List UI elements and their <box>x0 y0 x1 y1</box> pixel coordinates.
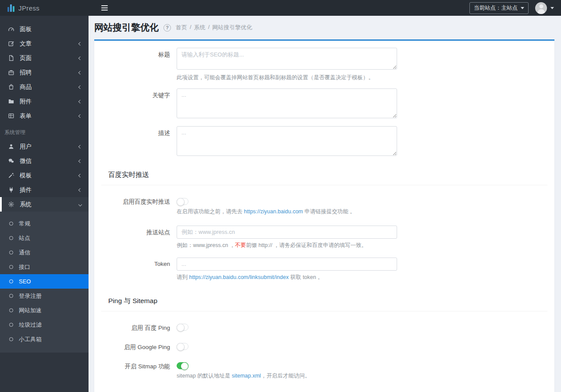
chevron-left-icon <box>79 57 82 60</box>
breadcrumb-separator: / <box>208 24 210 32</box>
baidu-ziyuan-link[interactable]: https://ziyuan.baidu.com <box>244 208 303 215</box>
sidebar-item-plugins[interactable]: 插件 <box>0 183 89 197</box>
sidebar-section-label: 系统管理 <box>0 123 89 139</box>
chevron-left-icon <box>79 42 82 45</box>
sidebar: JPress 面板 文章 页面 招聘 商品 附件 <box>0 0 89 392</box>
topbar: 当前站点：主站点 <box>89 0 561 16</box>
chevron-left-icon <box>79 160 82 162</box>
brand-logo[interactable]: JPress <box>0 0 89 16</box>
description-field-row: 描述 <box>101 126 547 157</box>
comments-icon <box>8 158 20 164</box>
chevron-left-icon <box>79 145 82 148</box>
baidu-push-help: 在启用该功能之前，请先去 https://ziyuan.baidu.com 申请… <box>177 208 397 216</box>
sidebar-item-label: 插件 <box>20 186 32 194</box>
page-title: 网站搜引擎优化 <box>94 21 159 34</box>
sitemap-help: sitemap 的默认地址是 sitemap.xml，开启后才能访问。 <box>177 372 397 380</box>
section-title: 百度实时推送 <box>108 170 547 180</box>
push-site-field-row: 推送站点 例如：www.jpress.cn ，不要前缀 http:// ，请务必… <box>101 226 547 250</box>
sidebar-item-attachments[interactable]: 附件 <box>0 94 89 109</box>
ping-sitemap-section-heading: Ping 与 Sitemap <box>101 297 547 311</box>
push-site-input[interactable] <box>177 226 397 239</box>
submenu-item-communication[interactable]: 通信 <box>0 245 89 260</box>
baidu-ping-toggle[interactable] <box>177 324 188 331</box>
submenu-item-sites[interactable]: 站点 <box>0 231 89 245</box>
baidu-push-section-heading: 百度实时推送 <box>101 170 547 185</box>
description-label: 描述 <box>101 126 177 157</box>
sidebar-item-articles[interactable]: 文章 <box>0 36 89 51</box>
sidebar-item-products[interactable]: 商品 <box>0 80 89 94</box>
circle-icon <box>9 337 13 341</box>
jpress-bars-icon <box>7 4 14 12</box>
push-site-label: 推送站点 <box>101 226 177 250</box>
token-help: 请到 https://ziyuan.baidu.com/linksubmit/i… <box>177 273 397 282</box>
sidebar-item-templates[interactable]: 模板 <box>0 168 89 183</box>
magic-wand-icon <box>8 172 20 179</box>
sidebar-item-recruit[interactable]: 招聘 <box>0 65 89 80</box>
sidebar-item-label: 系统 <box>20 201 32 208</box>
caret-down-icon <box>521 7 524 9</box>
circle-icon <box>9 279 13 283</box>
keywords-label: 关键字 <box>101 88 177 120</box>
circle-icon <box>9 265 13 269</box>
sidebar-item-pages[interactable]: 页面 <box>0 51 89 65</box>
push-site-help: 例如：www.jpress.cn ，不要前缀 http:// ，请务必保证和百度… <box>177 241 397 250</box>
chevron-left-icon <box>79 174 82 177</box>
submenu-item-toolbox[interactable]: 小工具箱 <box>0 332 89 346</box>
token-input[interactable] <box>177 258 397 271</box>
baidu-push-label: 启用百度实时推送 <box>101 198 177 216</box>
linksubmit-link[interactable]: https://ziyuan.baidu.com/linksubmit/inde… <box>189 274 288 280</box>
google-ping-toggle[interactable] <box>177 343 188 350</box>
plug-icon <box>8 187 20 193</box>
site-selector-button[interactable]: 当前站点：主站点 <box>469 2 529 14</box>
google-ping-label: 启用 Google Ping <box>101 343 177 351</box>
baidu-push-toggle[interactable] <box>177 198 188 205</box>
submenu-item-api[interactable]: 接口 <box>0 260 89 274</box>
sidebar-item-users[interactable]: 用户 <box>0 139 89 154</box>
sidebar-item-label: 模板 <box>20 172 32 180</box>
sitemap-toggle[interactable] <box>177 362 188 369</box>
sidebar-item-wechat[interactable]: 微信 <box>0 154 89 168</box>
baidu-ping-row: 启用 百度 Ping <box>101 324 547 332</box>
folder-icon <box>8 98 20 105</box>
circle-icon <box>9 308 13 312</box>
sidebar-item-label: 招聘 <box>20 69 32 77</box>
submenu-item-general[interactable]: 常规 <box>0 216 89 231</box>
submenu-item-label: 通信 <box>19 249 30 257</box>
chevron-left-icon <box>79 115 82 117</box>
sidebar-item-dashboard[interactable]: 面板 <box>0 22 89 36</box>
submenu-item-site-speed[interactable]: 网站加速 <box>0 303 89 318</box>
sidebar-toggle-button[interactable] <box>100 4 109 12</box>
sitemap-xml-link[interactable]: sitemap.xml <box>232 373 261 379</box>
token-field-row: Token 请到 https://ziyuan.baidu.com/linksu… <box>101 258 547 282</box>
circle-icon <box>9 323 13 327</box>
sidebar-item-label: 用户 <box>20 143 32 151</box>
system-submenu: 常规 站点 通信 接口 SEO 登录注册 网站加速 垃圾过滤 小工具箱 <box>0 212 89 353</box>
submenu-item-label: 站点 <box>19 234 30 242</box>
table-icon <box>8 113 20 119</box>
title-label: 标题 <box>101 48 177 82</box>
gauge-icon <box>8 26 20 32</box>
seo-settings-card: 标题 此项设置，可能会覆盖掉网站首页标题和副标题的设置（是否覆盖决定于模板）。 … <box>94 39 554 392</box>
keywords-textarea[interactable] <box>177 88 397 118</box>
description-textarea[interactable] <box>177 126 397 156</box>
sidebar-item-system[interactable]: 系统 <box>0 197 89 212</box>
help-icon[interactable]: ? <box>163 24 171 32</box>
push-site-help-warning: 不要 <box>235 242 246 248</box>
circle-icon <box>9 236 13 240</box>
breadcrumb-home[interactable]: 首页 <box>176 24 187 32</box>
sidebar-item-label: 商品 <box>20 83 32 91</box>
sidebar-item-label: 文章 <box>20 40 32 48</box>
chevron-down-icon <box>79 203 82 206</box>
user-menu-button[interactable] <box>535 2 554 14</box>
breadcrumb-system[interactable]: 系统 <box>194 24 206 32</box>
title-textarea[interactable] <box>177 48 397 70</box>
breadcrumb-separator: / <box>190 24 192 32</box>
submenu-item-label: 小工具箱 <box>19 335 42 343</box>
sidebar-item-forms[interactable]: 表单 <box>0 109 89 123</box>
file-icon <box>8 55 20 61</box>
submenu-item-spam-filter[interactable]: 垃圾过滤 <box>0 318 89 332</box>
keywords-field-row: 关键字 <box>101 88 547 120</box>
submenu-item-seo[interactable]: SEO <box>0 274 89 289</box>
sidebar-nav: 面板 文章 页面 招聘 商品 附件 表单 <box>0 16 89 353</box>
submenu-item-login-register[interactable]: 登录注册 <box>0 289 89 303</box>
